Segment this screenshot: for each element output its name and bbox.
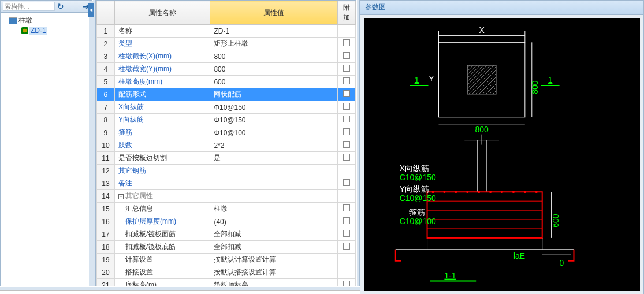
col-name[interactable]: 属性名称 <box>114 1 210 25</box>
prop-value[interactable] <box>210 190 338 203</box>
checkbox-icon[interactable] <box>343 217 350 224</box>
prop-add[interactable] <box>338 63 356 76</box>
table-row[interactable]: 2类型矩形上柱墩 <box>97 38 356 50</box>
table-row[interactable]: 14-其它属性 <box>97 190 356 203</box>
table-row[interactable]: 12其它钢筋 <box>97 165 356 177</box>
prop-name[interactable]: 扣减板/筏板面筋 <box>114 228 210 241</box>
col-add[interactable]: 附加 <box>338 1 356 25</box>
table-row[interactable]: 19 计算设置按默认计算设置计算 <box>97 254 356 266</box>
prop-value[interactable]: 800 <box>210 63 338 76</box>
prop-add[interactable] <box>338 203 356 215</box>
table-row[interactable]: 8Y向纵筋Φ10@150 <box>97 114 356 126</box>
prop-value[interactable]: 是 <box>210 152 338 165</box>
prop-name[interactable]: 搭接设置 <box>114 266 210 279</box>
checkbox-icon[interactable] <box>343 141 350 148</box>
prop-add[interactable] <box>338 228 356 241</box>
prop-value[interactable]: 全部扣减 <box>210 228 338 241</box>
collapse-icon[interactable]: - <box>3 18 8 23</box>
prop-name[interactable]: 类型 <box>114 38 210 50</box>
table-row[interactable]: 6配筋形式网状配筋 <box>97 88 356 101</box>
tree-item-zd1[interactable]: ZD-1 <box>3 26 90 35</box>
checkbox-icon[interactable] <box>343 230 350 237</box>
prop-value[interactable]: 按默认搭接设置计算 <box>210 266 338 279</box>
panel-collapse-toggle[interactable]: ◄ <box>88 3 94 17</box>
cad-canvas[interactable]: X Y 800 800 1 1 <box>364 18 640 291</box>
prop-name[interactable]: 其它钢筋 <box>114 165 210 177</box>
prop-value[interactable]: 600 <box>210 76 338 88</box>
prop-add[interactable] <box>338 152 356 165</box>
prop-value[interactable]: 柱墩 <box>210 203 338 215</box>
prop-name[interactable]: 柱墩高度(mm) <box>114 76 210 88</box>
prop-value[interactable] <box>210 165 338 177</box>
property-table-scroll[interactable]: 属性名称 属性值 附加 1名称ZD-12类型矩形上柱墩3柱墩截长(X)(mm)8… <box>96 1 356 286</box>
prop-add[interactable] <box>338 190 356 203</box>
checkbox-icon[interactable] <box>343 179 350 186</box>
prop-value[interactable]: 800 <box>210 50 338 63</box>
prop-add[interactable] <box>338 126 356 139</box>
prop-add[interactable] <box>338 50 356 63</box>
col-value[interactable]: 属性值 <box>210 1 338 25</box>
refresh-icon[interactable]: ↻ <box>57 2 64 11</box>
search-input[interactable] <box>3 2 55 11</box>
prop-add[interactable] <box>338 266 356 279</box>
prop-name[interactable]: Y向纵筋 <box>114 114 210 126</box>
prop-value[interactable]: (40) <box>210 215 338 228</box>
prop-value[interactable]: 按默认计算设置计算 <box>210 254 338 266</box>
prop-name[interactable]: 配筋形式 <box>114 88 210 101</box>
checkbox-icon[interactable] <box>343 52 350 59</box>
tree-root[interactable]: - 柱墩 <box>3 15 90 26</box>
prop-value[interactable]: 全部扣减 <box>210 241 338 254</box>
prop-add[interactable] <box>338 279 356 286</box>
prop-name[interactable]: 底标高(m) <box>114 279 210 286</box>
prop-name[interactable]: 名称 <box>114 25 210 38</box>
prop-add[interactable] <box>338 88 356 101</box>
table-row[interactable]: 13备注 <box>97 177 356 190</box>
table-row[interactable]: 4柱墩截宽(Y)(mm)800 <box>97 63 356 76</box>
checkbox-icon[interactable] <box>343 243 350 250</box>
checkbox-icon[interactable] <box>343 39 350 46</box>
prop-add[interactable] <box>338 114 356 126</box>
prop-value[interactable]: 矩形上柱墩 <box>210 38 338 50</box>
prop-name[interactable]: 柱墩截宽(Y)(mm) <box>114 63 210 76</box>
prop-name[interactable]: 保护层厚度(mm) <box>114 215 210 228</box>
prop-name[interactable]: 柱墩截长(X)(mm) <box>114 50 210 63</box>
table-row[interactable]: 15 汇总信息柱墩 <box>97 203 356 215</box>
prop-name[interactable]: -其它属性 <box>114 190 210 203</box>
prop-value[interactable]: Φ10@150 <box>210 101 338 114</box>
prop-add[interactable] <box>338 76 356 88</box>
prop-add[interactable] <box>338 38 356 50</box>
prop-add[interactable] <box>338 101 356 114</box>
prop-value[interactable] <box>210 177 338 190</box>
checkbox-icon[interactable] <box>343 204 350 211</box>
table-row[interactable]: 3柱墩截长(X)(mm)800 <box>97 50 356 63</box>
prop-add[interactable] <box>338 165 356 177</box>
checkbox-icon[interactable] <box>343 65 350 72</box>
table-row[interactable]: 17 扣减板/筏板面筋全部扣减 <box>97 228 356 241</box>
table-row[interactable]: 11是否按板边切割是 <box>97 152 356 165</box>
prop-value[interactable]: ZD-1 <box>210 25 338 38</box>
prop-add[interactable] <box>338 215 356 228</box>
prop-name[interactable]: 汇总信息 <box>114 203 210 215</box>
prop-value[interactable]: Φ10@150 <box>210 114 338 126</box>
table-row[interactable]: 21 底标高(m)筏板顶标高 <box>97 279 356 286</box>
prop-add[interactable] <box>338 139 356 152</box>
checkbox-icon[interactable] <box>343 128 350 135</box>
table-row[interactable]: 10肢数2*2 <box>97 139 356 152</box>
table-row[interactable]: 7X向纵筋Φ10@150 <box>97 101 356 114</box>
checkbox-icon[interactable] <box>343 77 350 84</box>
prop-value[interactable]: 网状配筋 <box>210 88 338 101</box>
property-table[interactable]: 属性名称 属性值 附加 1名称ZD-12类型矩形上柱墩3柱墩截长(X)(mm)8… <box>96 1 356 286</box>
prop-name[interactable]: 计算设置 <box>114 254 210 266</box>
col-rownum[interactable] <box>97 1 115 25</box>
prop-value[interactable]: 筏板顶标高 <box>210 279 338 286</box>
collapse-icon[interactable]: - <box>118 194 124 199</box>
table-row[interactable]: 5柱墩高度(mm)600 <box>97 76 356 88</box>
table-row[interactable]: 20 搭接设置按默认搭接设置计算 <box>97 266 356 279</box>
checkbox-icon[interactable] <box>343 116 350 122</box>
checkbox-icon[interactable] <box>343 154 350 161</box>
prop-name[interactable]: 肢数 <box>114 139 210 152</box>
prop-add[interactable] <box>338 25 356 38</box>
prop-add[interactable] <box>338 254 356 266</box>
prop-name[interactable]: 是否按板边切割 <box>114 152 210 165</box>
prop-name[interactable]: 备注 <box>114 177 210 190</box>
